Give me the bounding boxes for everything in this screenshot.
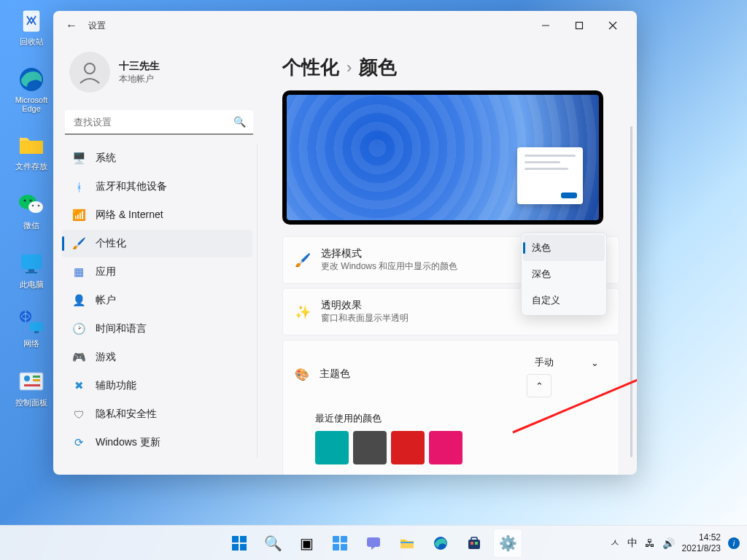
settings-button[interactable]: ⚙️ xyxy=(493,529,522,558)
svg-rect-17 xyxy=(33,379,40,381)
store-button[interactable] xyxy=(460,529,489,558)
mode-option[interactable]: 浅色 xyxy=(523,235,605,261)
expand-button[interactable]: ⌃ xyxy=(527,374,551,397)
svg-rect-18 xyxy=(24,384,40,386)
svg-rect-26 xyxy=(232,536,239,542)
start-button[interactable] xyxy=(225,529,254,558)
svg-rect-0 xyxy=(23,10,40,32)
desktop-icon-pc[interactable]: 此电脑 xyxy=(6,249,57,290)
breadcrumb-a[interactable]: 个性化 xyxy=(282,55,339,80)
nav-label: 隐私和安全性 xyxy=(96,408,157,421)
folder-icon xyxy=(17,131,46,160)
network-icon[interactable]: 🖧 xyxy=(645,537,655,549)
chevron-up-icon: ⌃ xyxy=(535,381,543,392)
row-accent: 🎨 主题色 手动 ⌄ ⌃ 最近使用的颜色 Windows 颜色 xyxy=(282,340,619,475)
sidebar-item[interactable]: 🛡隐私和安全性 xyxy=(62,400,252,428)
sidebar-item[interactable]: 📶网络 & Internet xyxy=(62,201,252,229)
svg-rect-33 xyxy=(341,544,347,551)
palette-icon: 🎨 xyxy=(295,368,309,381)
tray-chevron-icon[interactable]: ㅅ xyxy=(610,537,620,550)
svg-rect-28 xyxy=(232,544,239,551)
pc-icon xyxy=(17,249,46,278)
taskview-button[interactable]: ▣ xyxy=(292,529,321,558)
edge-icon xyxy=(17,65,46,94)
mode-option[interactable]: 深色 xyxy=(523,261,605,287)
nav-label: 时间和语言 xyxy=(96,322,147,335)
profile-sub: 本地帐户 xyxy=(119,73,160,85)
sidebar: 十三先生 本地帐户 🔍 🖥️系统ᚼ蓝牙和其他设备📶网络 & Internet🖌️… xyxy=(53,40,265,475)
content: 个性化 › 颜色 🖌️ 选择模式 更改 Windows 和应用中显示的颜色 浅色… xyxy=(265,40,637,475)
titlebar[interactable]: ← 设置 xyxy=(53,11,637,40)
row-mode[interactable]: 🖌️ 选择模式 更改 Windows 和应用中显示的颜色 浅色深色自定义 xyxy=(282,236,619,284)
svg-point-23 xyxy=(85,63,95,74)
ime-indicator[interactable]: 中 xyxy=(627,537,638,550)
sidebar-item[interactable]: 🖥️系统 xyxy=(62,144,252,172)
explorer-button[interactable] xyxy=(392,529,422,558)
nav-label: 应用 xyxy=(96,265,116,279)
profile[interactable]: 十三先生 本地帐户 xyxy=(61,46,258,98)
svg-rect-16 xyxy=(33,376,40,378)
sidebar-item[interactable]: 🕑时间和语言 xyxy=(62,315,252,343)
search-button[interactable]: 🔍 xyxy=(258,529,287,558)
color-swatch[interactable] xyxy=(391,431,425,464)
desktop-icon-wechat[interactable]: 微信 xyxy=(6,190,57,231)
back-button[interactable]: ← xyxy=(61,15,82,36)
sidebar-item[interactable]: ▦应用 xyxy=(62,258,252,286)
desktop-icon-recycle[interactable]: 回收站 xyxy=(6,6,57,47)
sidebar-item[interactable]: 👤帐户 xyxy=(62,287,252,314)
svg-rect-27 xyxy=(240,536,247,542)
svg-rect-39 xyxy=(471,537,477,541)
desktop-icon-network[interactable]: 网络 xyxy=(6,308,57,349)
control-icon xyxy=(17,367,46,396)
sidebar-item[interactable]: ⟳Windows 更新 xyxy=(62,429,252,456)
svg-rect-34 xyxy=(367,537,380,547)
widgets-button[interactable] xyxy=(325,529,355,558)
svg-rect-10 xyxy=(26,272,37,273)
nav-label: 个性化 xyxy=(96,237,126,250)
color-swatch[interactable] xyxy=(429,431,462,464)
svg-rect-40 xyxy=(471,542,473,545)
maximize-button[interactable] xyxy=(562,14,596,37)
mode-option[interactable]: 自定义 xyxy=(523,287,605,314)
brush-icon: 🖌️ xyxy=(295,252,311,268)
edge-button[interactable] xyxy=(426,529,455,558)
nav-icon: 🖥️ xyxy=(72,152,85,165)
taskbar-center: 🔍 ▣ ⚙️ xyxy=(225,529,522,558)
color-swatch[interactable] xyxy=(353,431,387,464)
notification-badge[interactable]: i xyxy=(728,537,740,549)
sidebar-item[interactable]: ✖辅助功能 xyxy=(62,372,252,400)
volume-icon[interactable]: 🔊 xyxy=(662,537,675,549)
wechat-icon xyxy=(17,190,46,219)
search-input[interactable] xyxy=(65,110,253,135)
nav-icon: 🖌️ xyxy=(72,237,85,250)
clock[interactable]: 14:52 2021/8/23 xyxy=(682,532,721,553)
profile-name: 十三先生 xyxy=(119,60,160,73)
desktop-icon-control[interactable]: 控制面板 xyxy=(6,367,57,408)
nav-icon: 🕑 xyxy=(72,322,85,335)
scrollbar[interactable] xyxy=(630,126,632,457)
nav: 🖥️系统ᚼ蓝牙和其他设备📶网络 & Internet🖌️个性化▦应用👤帐户🕑时间… xyxy=(61,144,258,457)
svg-rect-20 xyxy=(576,23,583,29)
accent-dropdown[interactable]: 手动 ⌄ xyxy=(527,351,607,374)
desktop-icon-folder[interactable]: 文件存放 xyxy=(6,131,57,172)
svg-rect-29 xyxy=(240,544,247,551)
svg-rect-9 xyxy=(28,269,34,272)
system-tray: ㅅ 中 🖧 🔊 14:52 2021/8/23 i xyxy=(610,532,740,553)
close-button[interactable] xyxy=(596,14,630,37)
color-swatch[interactable] xyxy=(315,431,349,464)
desktop-icon-edge[interactable]: Microsoft Edge xyxy=(6,65,57,113)
nav-label: 辅助功能 xyxy=(96,379,136,392)
sidebar-item[interactable]: 🎮游戏 xyxy=(62,343,252,371)
sidebar-item[interactable]: ᚼ蓝牙和其他设备 xyxy=(62,173,252,201)
svg-rect-31 xyxy=(341,536,347,542)
nav-icon: 📶 xyxy=(72,209,85,222)
minimize-button[interactable] xyxy=(529,14,562,37)
sidebar-item[interactable]: 🖌️个性化 xyxy=(62,230,252,257)
network-icon xyxy=(17,308,46,337)
svg-rect-13 xyxy=(34,331,39,333)
nav-icon: ✖ xyxy=(72,379,85,392)
recent-swatches xyxy=(315,431,607,464)
svg-rect-12 xyxy=(30,322,43,331)
chat-button[interactable] xyxy=(359,529,388,558)
breadcrumb: 个性化 › 颜色 xyxy=(282,55,619,80)
